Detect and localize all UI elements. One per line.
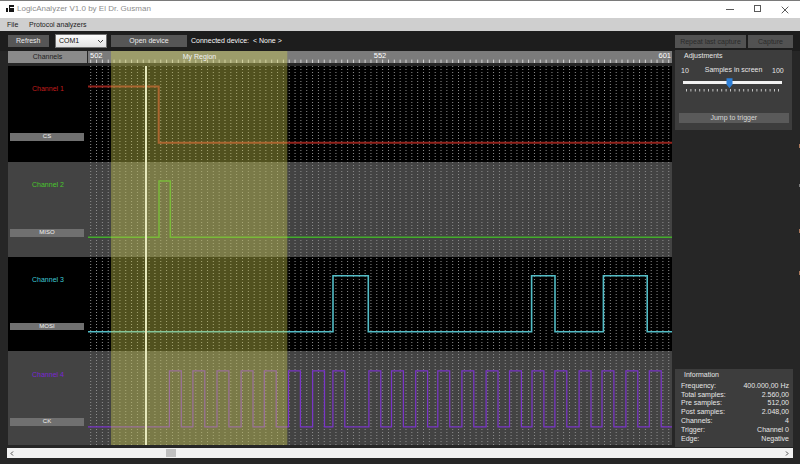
svg-text:My Region: My Region: [183, 53, 217, 61]
